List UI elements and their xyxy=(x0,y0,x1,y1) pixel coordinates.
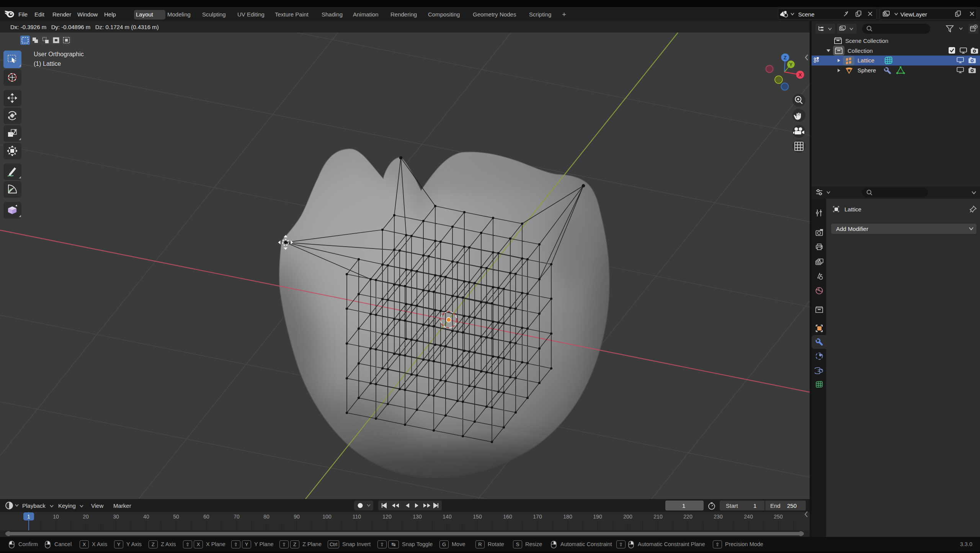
svg-text:190: 190 xyxy=(593,514,602,520)
svg-text:40: 40 xyxy=(143,514,149,520)
svg-text:250: 250 xyxy=(774,514,783,520)
svg-text:1: 1 xyxy=(27,514,30,520)
svg-text:X: X xyxy=(799,72,802,78)
svg-text:220: 220 xyxy=(683,514,693,520)
svg-text:120: 120 xyxy=(382,514,392,520)
svg-text:210: 210 xyxy=(653,514,663,520)
svg-text:30: 30 xyxy=(113,514,119,520)
svg-text:10: 10 xyxy=(53,514,59,520)
svg-text:Z: Z xyxy=(784,55,787,61)
svg-text:240: 240 xyxy=(744,514,753,520)
svg-text:50: 50 xyxy=(173,514,179,520)
svg-text:170: 170 xyxy=(533,514,542,520)
svg-text:70: 70 xyxy=(234,514,240,520)
svg-text:200: 200 xyxy=(623,514,632,520)
svg-text:Y: Y xyxy=(789,62,793,67)
svg-text:60: 60 xyxy=(203,514,209,520)
svg-text:230: 230 xyxy=(714,514,723,520)
svg-text:90: 90 xyxy=(294,514,300,520)
svg-text:20: 20 xyxy=(83,514,89,520)
svg-text:110: 110 xyxy=(353,514,361,520)
svg-text:100: 100 xyxy=(322,514,332,520)
svg-text:180: 180 xyxy=(563,514,572,520)
svg-text:80: 80 xyxy=(263,514,270,520)
svg-text:130: 130 xyxy=(413,514,422,520)
svg-text:150: 150 xyxy=(473,514,482,520)
svg-text:160: 160 xyxy=(503,514,512,520)
svg-text:140: 140 xyxy=(443,514,452,520)
